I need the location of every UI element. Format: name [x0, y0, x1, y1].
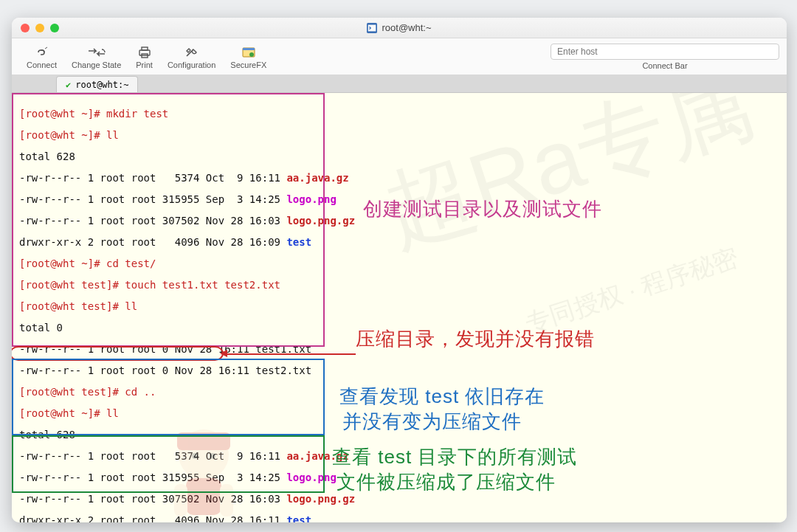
- link-icon: [34, 44, 49, 61]
- tools-icon: [184, 44, 199, 61]
- prompt: [root@wht ~]# ll: [19, 408, 779, 419]
- term-line: -rw-r--r-- 1 root root 0 Nov 28 16:11 te…: [19, 344, 779, 355]
- connect-label: Connect: [27, 61, 57, 69]
- term-line: drwxr-xr-x 2 root root 4096 Nov 28 16:11…: [19, 515, 779, 523]
- term-line: -rw-r--r-- 1 root root 307502 Nov 28 16:…: [19, 494, 779, 505]
- term-line: -rw-r--r-- 1 root root 5374 Oct 9 16:11 …: [19, 451, 779, 462]
- svg-rect-1: [368, 24, 376, 31]
- tab-label: root@wht:~: [75, 80, 128, 90]
- svg-rect-2: [139, 50, 150, 55]
- prompt: [root@wht ~]# ll: [19, 130, 779, 141]
- term-line: -rw-r--r-- 1 root root 315955 Sep 3 14:2…: [19, 194, 779, 205]
- change-state-label: Change State: [72, 61, 121, 69]
- window-title-text: root@wht:~: [382, 22, 431, 33]
- securefx-icon: [242, 44, 255, 61]
- print-button[interactable]: Print: [128, 39, 160, 75]
- securefx-button[interactable]: SecureFX: [223, 39, 274, 75]
- term-line: -rw-r--r-- 1 root root 0 Nov 28 16:11 te…: [19, 365, 779, 376]
- term-line: -rw-r--r-- 1 root root 315955 Sep 3 14:2…: [19, 472, 779, 483]
- tabstrip: ✔ root@wht:~: [12, 75, 787, 93]
- svg-point-7: [249, 52, 254, 57]
- term-line: total 628: [19, 151, 779, 162]
- securefx-label: SecureFX: [230, 61, 266, 69]
- prompt: [root@wht ~]# mkdir test: [19, 108, 779, 120]
- cartoon-watermark-icon: [145, 410, 263, 522]
- terminal[interactable]: [root@wht ~]# mkdir test [root@wht ~]# l…: [12, 93, 787, 522]
- annotation-box-green: [12, 435, 325, 493]
- refresh-icon: [87, 44, 106, 61]
- prompt: [root@wht test]# cd ..: [19, 387, 779, 398]
- prompt: [root@wht test]# touch test1.txt test2.t…: [19, 280, 779, 291]
- app-window: root@wht:~ Connect Change State Print: [12, 18, 787, 522]
- prompt: [root@wht ~]# cd test/: [19, 258, 779, 269]
- check-icon: ✔: [66, 80, 71, 90]
- configuration-label: Configuration: [168, 61, 215, 69]
- connect-bar-label: Connect Bar: [551, 61, 779, 70]
- configuration-button[interactable]: Configuration: [160, 39, 223, 75]
- titlebar: root@wht:~: [12, 18, 787, 38]
- term-line: total 628: [19, 429, 779, 441]
- term-line: drwxr-xr-x 2 root root 4096 Nov 28 16:09…: [19, 237, 779, 248]
- print-label: Print: [136, 61, 153, 69]
- print-icon: [138, 44, 151, 61]
- term-line: total 0: [19, 322, 779, 334]
- svg-rect-3: [142, 47, 148, 50]
- connect-bar: Connect Bar: [551, 44, 779, 70]
- prompt: [root@wht test]# ll: [19, 301, 779, 312]
- change-state-button[interactable]: Change State: [64, 39, 128, 75]
- term-line: -rw-r--r-- 1 root root 307502 Nov 28 16:…: [19, 215, 779, 227]
- terminal-app-icon: [367, 23, 377, 33]
- host-input[interactable]: [551, 44, 779, 60]
- window-title: root@wht:~: [12, 22, 787, 33]
- connect-button[interactable]: Connect: [19, 39, 64, 75]
- toolbar: Connect Change State Print Configuration…: [12, 38, 787, 75]
- term-line: -rw-r--r-- 1 root root 5374 Oct 9 16:11 …: [19, 173, 779, 184]
- tab-session[interactable]: ✔ root@wht:~: [56, 76, 138, 92]
- svg-rect-6: [243, 48, 255, 50]
